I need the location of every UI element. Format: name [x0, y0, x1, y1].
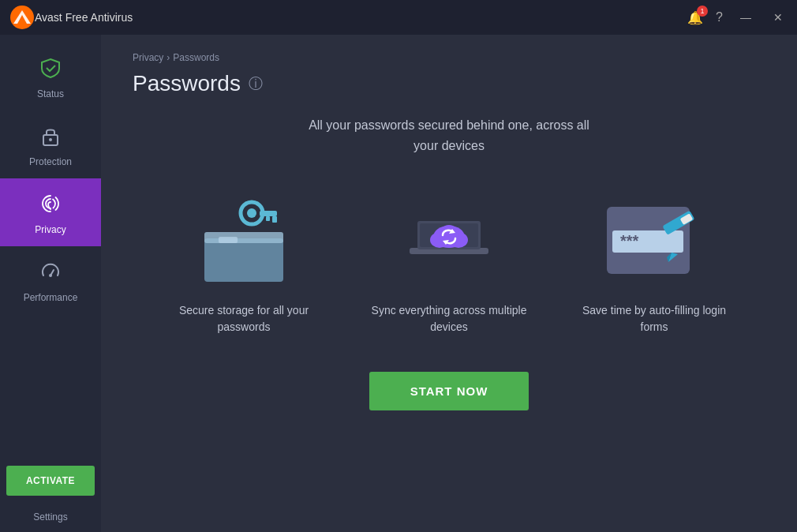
app-title: Avast Free Antivirus: [35, 11, 687, 24]
fingerprint-icon: [39, 193, 62, 218]
secure-storage-illustration: [185, 187, 303, 290]
close-button[interactable]: ✕: [769, 9, 788, 25]
subtitle-text: All your passwords secured behind one, a…: [309, 118, 589, 152]
minimize-button[interactable]: —: [735, 9, 756, 25]
main-content: Privacy › Passwords Passwords ⓘ All your…: [101, 35, 797, 532]
help-icon[interactable]: ?: [716, 10, 723, 24]
start-now-button[interactable]: START NOW: [369, 372, 529, 410]
sidebar-protection-label: Protection: [29, 156, 72, 167]
svg-point-4: [49, 138, 52, 141]
avast-logo-icon: [9, 5, 35, 30]
sidebar-item-privacy[interactable]: Privacy: [0, 178, 101, 246]
autofill-illustration: ***: [595, 187, 713, 290]
activate-button[interactable]: ACTIVATE: [6, 466, 95, 496]
breadcrumb-current: Passwords: [173, 52, 219, 63]
svg-text:***: ***: [620, 232, 639, 249]
svg-rect-9: [219, 237, 238, 243]
feature-autofill: *** Save time by auto-filling login form…: [575, 187, 733, 335]
feature-autofill-desc: Save time by auto-filling login forms: [575, 302, 733, 335]
svg-rect-13: [272, 216, 277, 223]
svg-rect-14: [266, 216, 270, 221]
sidebar-privacy-label: Privacy: [35, 224, 65, 235]
sync-illustration: [390, 187, 508, 290]
svg-point-6: [49, 274, 52, 277]
speedometer-icon: [39, 260, 62, 286]
svg-point-11: [247, 208, 256, 218]
settings-label: Settings: [33, 511, 67, 523]
sidebar-item-settings[interactable]: Settings: [0, 502, 101, 532]
shield-icon: [39, 57, 62, 82]
svg-rect-8: [204, 232, 283, 243]
page-title: Passwords ⓘ: [133, 71, 765, 96]
sidebar-performance-label: Performance: [24, 292, 78, 303]
sidebar-item-status[interactable]: Status: [0, 43, 101, 111]
breadcrumb-parent: Privacy: [133, 52, 163, 63]
sidebar-item-performance[interactable]: Performance: [0, 246, 101, 314]
titlebar: Avast Free Antivirus 🔔 1 ? — ✕: [0, 0, 797, 35]
titlebar-controls: 🔔 1 ? — ✕: [687, 9, 788, 25]
cta-container: START NOW: [133, 372, 765, 410]
page-subtitle: All your passwords secured behind one, a…: [133, 115, 765, 155]
page-title-text: Passwords: [133, 71, 241, 96]
notification-icon[interactable]: 🔔 1: [687, 10, 703, 25]
info-icon[interactable]: ⓘ: [249, 74, 263, 93]
feature-sync-desc: Sync everything across multiple devices: [370, 302, 528, 335]
notification-badge: 1: [697, 6, 708, 17]
lock-icon: [40, 125, 61, 150]
app-body: Status Protection: [0, 35, 797, 532]
sidebar: Status Protection: [0, 35, 101, 532]
feature-sync: Sync everything across multiple devices: [370, 187, 528, 335]
sidebar-item-protection[interactable]: Protection: [0, 111, 101, 178]
features-row: Secure storage for all your passwords: [133, 187, 765, 335]
feature-storage-desc: Secure storage for all your passwords: [165, 302, 323, 335]
svg-rect-12: [260, 211, 277, 216]
breadcrumb: Privacy › Passwords: [133, 52, 765, 63]
breadcrumb-separator: ›: [167, 52, 170, 63]
svg-rect-7: [204, 238, 283, 282]
sidebar-status-label: Status: [37, 88, 64, 99]
feature-secure-storage: Secure storage for all your passwords: [165, 187, 323, 335]
